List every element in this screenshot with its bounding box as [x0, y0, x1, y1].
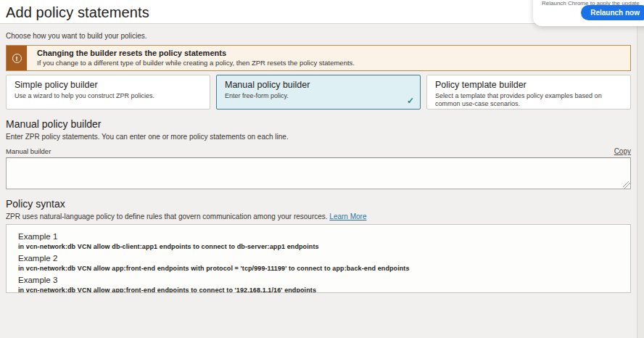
warning-title: Changing the builder resets the policy s… [37, 49, 355, 57]
card-simple-policy-builder[interactable]: Simple policy builder Use a wizard to he… [6, 75, 210, 110]
card-manual-policy-builder[interactable]: Manual policy builder Enter free-form po… [216, 75, 421, 110]
example-label: Example 2 [18, 254, 623, 263]
example-label: Example 3 [18, 276, 623, 284]
card-policy-template-builder[interactable]: Policy template builder Select a templat… [426, 75, 631, 110]
policy-examples-box: Example 1 in vcn-network:db VCN allow db… [6, 224, 631, 293]
card-description: Use a wizard to help you construct ZPR p… [15, 92, 202, 100]
manual-builder-textarea[interactable] [6, 157, 631, 189]
checkmark-icon: ✓ [407, 96, 414, 106]
relaunch-now-button[interactable]: Relaunch now [581, 5, 644, 20]
copy-link[interactable]: Copy [614, 147, 631, 155]
manual-builder-heading: Manual policy builder [6, 118, 631, 130]
browser-update-popup: Relaunch Chrome to apply the update Rela… [533, 0, 644, 26]
builder-options: Simple policy builder Use a wizard to he… [6, 75, 631, 110]
card-title: Policy template builder [435, 80, 622, 90]
policy-syntax-description: ZPR uses natural-language policy to defi… [6, 213, 631, 220]
scrollbar-gutter[interactable] [637, 24, 644, 338]
card-title: Simple policy builder [15, 80, 202, 90]
warning-banner-accent: ! [7, 46, 27, 70]
example-statement: in vcn-network:db VCN allow app:front-en… [18, 287, 623, 293]
warning-banner-body: Changing the builder resets the policy s… [27, 46, 362, 70]
card-description: Enter free-form policy. [225, 92, 412, 100]
example-statement: in vcn-network:db VCN allow db-client:ap… [18, 243, 623, 250]
policy-syntax-description-text: ZPR uses natural-language policy to defi… [6, 213, 328, 220]
warning-banner: ! Changing the builder resets the policy… [6, 45, 631, 71]
example-label: Example 1 [18, 232, 623, 241]
policy-syntax-heading: Policy syntax [6, 198, 631, 210]
warning-description: If you change to a different type of bui… [37, 59, 355, 67]
learn-more-link[interactable]: Learn More [329, 213, 366, 220]
manual-builder-label: Manual builder [6, 147, 51, 155]
main-content: Choose how you want to build your polici… [0, 24, 644, 293]
intro-text: Choose how you want to build your polici… [6, 32, 631, 40]
manual-builder-field-row: Manual builder Copy [6, 147, 631, 155]
example-statement: in vcn-network:db VCN allow app:front-en… [18, 265, 623, 272]
card-description: Select a template that provides policy e… [435, 92, 622, 109]
manual-builder-description: Enter ZPR policy statements. You can ent… [6, 133, 631, 141]
card-title: Manual policy builder [225, 80, 412, 90]
warning-icon: ! [12, 54, 22, 63]
